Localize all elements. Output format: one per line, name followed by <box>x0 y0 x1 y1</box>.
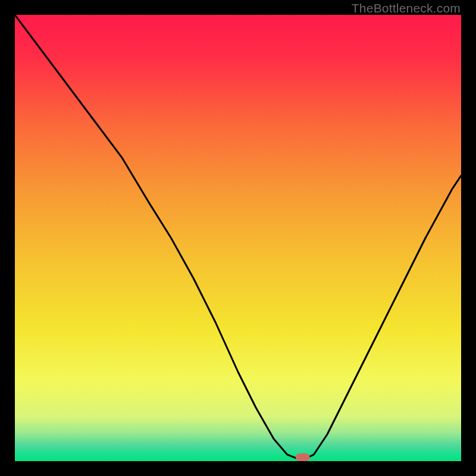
chart-frame: TheBottleneck.com <box>0 0 476 476</box>
bottleneck-chart <box>15 15 461 461</box>
plot-area <box>15 15 461 461</box>
gradient-background <box>15 15 461 461</box>
optimal-marker <box>296 453 310 461</box>
watermark-label: TheBottleneck.com <box>352 1 461 15</box>
